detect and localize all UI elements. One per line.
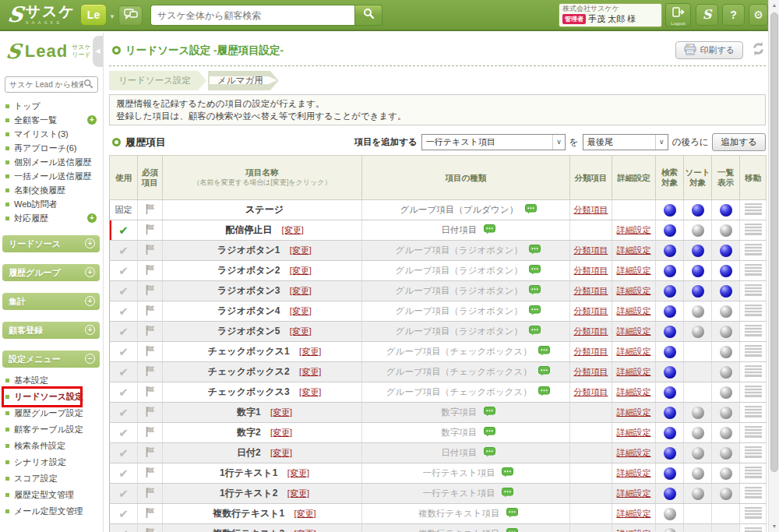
- sort-toggle-orb[interactable]: [692, 265, 704, 277]
- sidebar-section-bar[interactable]: リードソース +: [2, 235, 100, 252]
- saaske-logo[interactable]: S サスケ SAASKE: [8, 3, 76, 26]
- move-handle[interactable]: [745, 224, 762, 235]
- sidebar-menu-item[interactable]: 再アプローチ(6): [0, 141, 103, 155]
- change-link[interactable]: [変更]: [294, 529, 316, 532]
- change-link[interactable]: [変更]: [282, 225, 304, 234]
- detail-link[interactable]: 詳細設定: [617, 266, 651, 275]
- move-handle[interactable]: [745, 365, 762, 377]
- required-flag-icon[interactable]: [145, 409, 155, 420]
- comment-bubble-icon[interactable]: [538, 386, 550, 399]
- window-scrollbar[interactable]: ▲ ▼: [768, 0, 779, 532]
- detail-link[interactable]: 詳細設定: [617, 367, 651, 376]
- breadcrumb-tab-1[interactable]: リードソース設定: [109, 71, 206, 90]
- sidebar-settings-item[interactable]: シナリオ設定: [0, 454, 103, 470]
- sidebar-settings-item[interactable]: リードソース設定: [0, 389, 103, 405]
- detail-link[interactable]: 詳細設定: [617, 286, 651, 295]
- comment-bubble-icon[interactable]: [529, 285, 541, 298]
- move-handle[interactable]: [745, 386, 762, 397]
- required-flag-icon[interactable]: [145, 328, 155, 339]
- use-check-icon[interactable]: ✔: [118, 386, 129, 399]
- comment-bubble-icon[interactable]: [529, 326, 541, 338]
- sort-toggle-orb[interactable]: [692, 326, 704, 338]
- change-link[interactable]: [変更]: [299, 387, 321, 396]
- list-toggle-orb[interactable]: [720, 265, 732, 277]
- expand-toggle-icon[interactable]: +: [85, 325, 95, 335]
- sidebar-section-bar[interactable]: 集計 +: [2, 293, 100, 310]
- sidebar-settings-item[interactable]: メール定型文管理: [0, 503, 103, 520]
- required-flag-icon[interactable]: [145, 470, 155, 481]
- sidebar-settings-item[interactable]: 履歴定型文管理: [0, 487, 103, 503]
- list-toggle-orb[interactable]: [720, 488, 732, 500]
- scrollbar-thumb[interactable]: [770, 12, 778, 472]
- expand-toggle-icon[interactable]: +: [85, 238, 95, 248]
- expand-toggle-icon[interactable]: −: [85, 354, 95, 364]
- comment-bubble-icon[interactable]: [502, 488, 513, 500]
- category-link[interactable]: 分類項目: [574, 266, 608, 275]
- change-link[interactable]: [変更]: [290, 326, 312, 336]
- list-toggle-orb[interactable]: [720, 407, 732, 419]
- detail-link[interactable]: 詳細設定: [617, 407, 651, 417]
- search-toggle-orb[interactable]: [664, 305, 676, 318]
- use-check-icon[interactable]: ✔: [118, 406, 129, 419]
- print-button[interactable]: 印刷する: [675, 41, 743, 59]
- scroll-up-arrow[interactable]: ▲: [769, 0, 779, 11]
- sidebar-menu-item[interactable]: トップ: [0, 99, 103, 113]
- search-toggle-orb[interactable]: [664, 467, 676, 480]
- global-search-button[interactable]: [354, 5, 382, 26]
- use-check-icon[interactable]: ✔: [118, 345, 129, 358]
- search-toggle-orb[interactable]: [664, 265, 676, 277]
- required-flag-icon[interactable]: [145, 348, 155, 359]
- move-handle[interactable]: [745, 264, 762, 276]
- comment-bubble-icon[interactable]: [525, 204, 537, 217]
- sidebar-settings-item[interactable]: 基本設定: [0, 372, 103, 389]
- change-link[interactable]: [変更]: [270, 428, 292, 437]
- move-handle[interactable]: [745, 406, 762, 417]
- use-check-icon[interactable]: ✔: [118, 507, 129, 520]
- item-type-select[interactable]: 一行テキスト項目 ∨: [421, 134, 566, 150]
- sidebar-search-input[interactable]: [5, 80, 83, 89]
- sidebar-settings-item[interactable]: スコア設定: [0, 470, 103, 487]
- required-flag-icon[interactable]: [145, 490, 155, 501]
- search-toggle-orb[interactable]: [664, 224, 676, 237]
- use-check-icon[interactable]: ✔: [118, 446, 129, 460]
- use-check-icon[interactable]: ✔: [118, 224, 129, 237]
- app-switch-caret-icon[interactable]: ▼: [109, 13, 115, 20]
- required-flag-icon[interactable]: [145, 206, 155, 217]
- required-flag-icon[interactable]: [145, 227, 155, 238]
- list-toggle-orb[interactable]: [720, 447, 732, 460]
- move-handle[interactable]: [745, 426, 762, 438]
- move-handle[interactable]: [745, 446, 762, 458]
- required-flag-icon[interactable]: [145, 510, 155, 521]
- sort-toggle-orb[interactable]: [692, 467, 704, 480]
- list-toggle-orb[interactable]: [720, 346, 732, 358]
- move-handle[interactable]: [745, 345, 762, 357]
- required-flag-icon[interactable]: [145, 267, 155, 278]
- change-link[interactable]: [変更]: [299, 367, 321, 376]
- comment-bubble-icon[interactable]: [506, 528, 518, 532]
- sort-toggle-orb[interactable]: [692, 204, 704, 217]
- detail-link[interactable]: 詳細設定: [617, 387, 651, 396]
- use-check-icon[interactable]: ✔: [118, 305, 129, 318]
- lead-app-badge[interactable]: Le: [80, 4, 107, 26]
- move-handle[interactable]: [745, 305, 762, 316]
- sidebar-menu-item[interactable]: 全顧客一覧 +: [0, 113, 103, 127]
- move-handle[interactable]: [745, 527, 762, 532]
- search-toggle-orb[interactable]: [664, 285, 676, 298]
- comment-bubble-icon[interactable]: [529, 265, 541, 277]
- search-toggle-orb[interactable]: [664, 346, 676, 358]
- use-check-icon[interactable]: ✔: [118, 264, 129, 277]
- sidebar-settings-item[interactable]: 検索条件設定: [0, 438, 103, 454]
- sidebar-section-bar[interactable]: 履歴グループ +: [2, 264, 100, 281]
- search-toggle-orb[interactable]: [664, 366, 676, 379]
- list-toggle-orb[interactable]: [720, 467, 732, 480]
- list-toggle-orb[interactable]: [720, 285, 732, 298]
- required-flag-icon[interactable]: [145, 368, 155, 379]
- search-toggle-orb[interactable]: [664, 488, 676, 500]
- plus-circle-icon[interactable]: +: [87, 115, 97, 125]
- list-toggle-orb[interactable]: [720, 305, 732, 318]
- detail-link[interactable]: 詳細設定: [617, 245, 651, 255]
- use-check-icon[interactable]: ✔: [118, 426, 129, 439]
- use-check-icon[interactable]: ✔: [118, 284, 129, 298]
- expand-toggle-icon[interactable]: +: [85, 267, 95, 277]
- comment-bubble-icon[interactable]: [529, 305, 541, 318]
